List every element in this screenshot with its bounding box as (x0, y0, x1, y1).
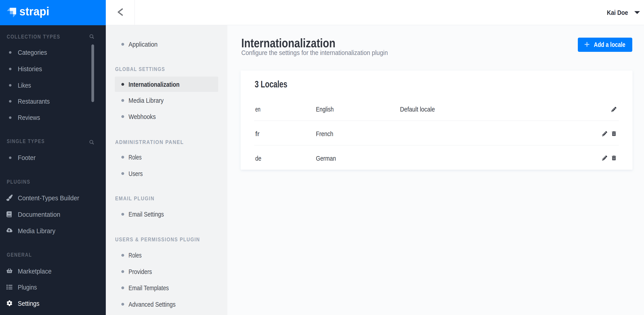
svg-text:Email Templates: Email Templates (128, 284, 169, 291)
svg-text:Media Library: Media Library (128, 97, 164, 104)
svg-text:Configure the settings for the: Configure the settings for the internati… (241, 49, 388, 56)
svg-text:Reviews: Reviews (18, 114, 40, 121)
svg-text:Settings: Settings (18, 300, 40, 307)
svg-text:Internationalization: Internationalization (241, 36, 336, 50)
svg-text:German: German (316, 155, 336, 162)
svg-text:Roles: Roles (128, 251, 142, 259)
svg-text:Email Settings: Email Settings (128, 210, 164, 218)
svg-text:Advanced Settings: Advanced Settings (128, 300, 176, 308)
svg-text:ADMINISTRATION PANEL: ADMINISTRATION PANEL (115, 139, 184, 145)
svg-text:Histories: Histories (18, 65, 42, 73)
svg-text:Marketplace: Marketplace (18, 268, 52, 275)
svg-text:Kai Doe: Kai Doe (607, 9, 628, 16)
svg-text:fr: fr (255, 130, 260, 137)
svg-text:Content-Types Builder: Content-Types Builder (18, 194, 79, 202)
svg-text:Internationalization: Internationalization (128, 81, 180, 88)
svg-text:French: French (316, 130, 333, 137)
svg-text:GLOBAL SETTINGS: GLOBAL SETTINGS (115, 66, 165, 72)
svg-text:Users: Users (128, 170, 143, 177)
svg-text:strapi: strapi (19, 5, 49, 18)
svg-text:Documentation: Documentation (18, 211, 60, 218)
svg-text:Plugins: Plugins (18, 284, 37, 291)
svg-text:Roles: Roles (128, 153, 142, 161)
svg-text:Likes: Likes (18, 82, 31, 89)
svg-text:Providers: Providers (128, 268, 152, 275)
svg-text:3 Locales: 3 Locales (255, 79, 288, 90)
svg-text:EMAIL PLUGIN: EMAIL PLUGIN (115, 195, 155, 201)
svg-text:SINGLE TYPES: SINGLE TYPES (7, 138, 45, 144)
svg-text:Default locale: Default locale (400, 105, 435, 113)
svg-text:English: English (316, 105, 334, 113)
svg-text:en: en (255, 105, 260, 113)
svg-text:Webhooks: Webhooks (128, 113, 156, 120)
svg-text:GENERAL: GENERAL (7, 252, 32, 258)
svg-text:Restaurants: Restaurants (18, 98, 50, 105)
svg-text:Footer: Footer (18, 154, 36, 161)
svg-text:Media Library: Media Library (18, 227, 55, 234)
svg-text:COLLECTION TYPES: COLLECTION TYPES (7, 34, 60, 40)
svg-text:Categories: Categories (18, 49, 47, 56)
svg-text:Add a locale: Add a locale (594, 41, 625, 48)
svg-text:de: de (255, 155, 261, 162)
svg-text:PLUGINS: PLUGINS (7, 179, 30, 185)
svg-text:USERS & PERMISSIONS PLUGIN: USERS & PERMISSIONS PLUGIN (115, 236, 200, 242)
svg-text:Application: Application (128, 41, 158, 48)
